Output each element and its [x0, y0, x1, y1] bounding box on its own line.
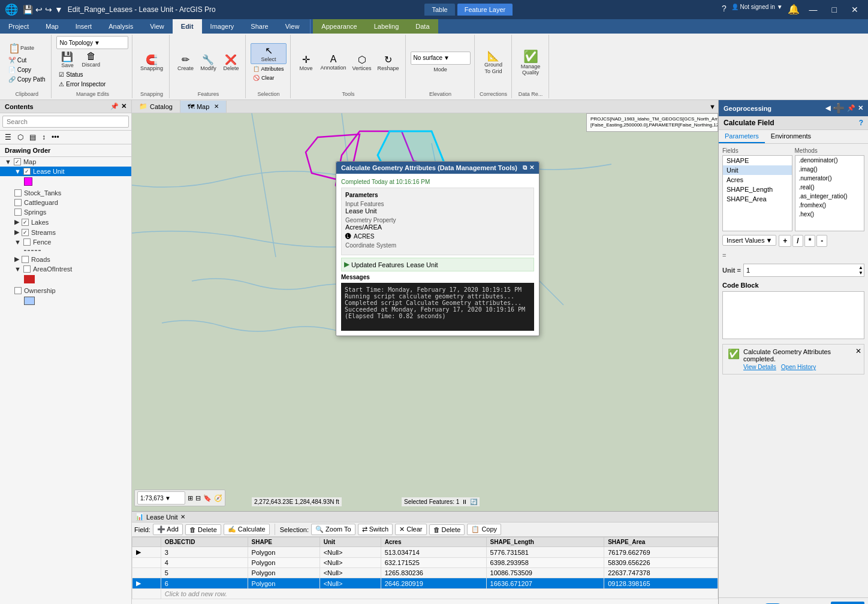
field-unit[interactable]: Unit [723, 165, 792, 175]
btn-modify[interactable]: 🔧Modify [197, 53, 219, 73]
method-imag[interactable]: .imag() [795, 165, 864, 174]
btn-move[interactable]: ✛Move [296, 53, 317, 73]
btn-status[interactable]: ☑ Status [56, 70, 128, 79]
btn-copy-path[interactable]: 🔗 Copy Path [6, 75, 47, 84]
field-shape-length[interactable]: SHAPE_Length [723, 185, 792, 194]
code-block-input[interactable] [722, 291, 864, 339]
method-numerator[interactable]: .numerator() [795, 174, 864, 183]
springs-checkbox[interactable] [14, 209, 22, 216]
btn-copy[interactable]: 📄 Copy [6, 65, 47, 74]
sort-btn[interactable]: ↕ [40, 132, 48, 143]
not-signed-in[interactable]: 👤 Not signed in ▼ [731, 4, 783, 16]
col-objectid[interactable]: OBJECTID [161, 537, 248, 547]
tab-edit[interactable]: Edit [173, 19, 202, 34]
btn-delete-field[interactable]: 🗑 Delete [185, 524, 221, 535]
method-denominator[interactable]: .denominator() [795, 156, 864, 165]
btn-insert-values[interactable]: Insert Values ▼ [722, 235, 776, 246]
btn-reshape[interactable]: ↻Reshape [375, 53, 402, 73]
dialog-expand-btn[interactable]: ⧉ [523, 164, 527, 171]
map-view[interactable]: Calculate Geometry Attributes (Data Mana… [132, 113, 718, 511]
tab-parameters[interactable]: Parameters [719, 130, 765, 143]
sidebar-item-cattleguard[interactable]: Cattleguard [0, 198, 131, 207]
btn-select[interactable]: ↖Select [251, 43, 286, 64]
close-btn[interactable]: ✕ [846, 4, 863, 16]
table-row[interactable]: ▶ 3 Polygon <Null> 513.034714 5776.73158… [132, 547, 718, 558]
op-minus[interactable]: - [816, 235, 827, 247]
col-shape-area[interactable]: SHAPE_Area [604, 537, 718, 547]
btn-clear[interactable]: 🚫 Clear [251, 74, 276, 82]
btn-add-field[interactable]: ➕ Add [153, 524, 183, 535]
sidebar-pin-btn[interactable]: 📌 [110, 102, 119, 110]
tab-analysis[interactable]: Analysis [100, 19, 141, 34]
minimize-btn[interactable]: — [804, 4, 822, 16]
col-shape-length[interactable]: SHAPE_Length [486, 537, 604, 547]
layer-view-btn[interactable]: ⬡ [15, 132, 26, 143]
sidebar-item-area-of-intrest[interactable]: ▼ AreaOfIntrest [0, 264, 131, 274]
sidebar-item-stock-tanks[interactable]: Stock_Tanks [0, 188, 131, 198]
unit-stepper[interactable]: ▲▼ [858, 265, 863, 276]
geo-back-btn[interactable]: ◀ [825, 104, 830, 112]
tab-imagery[interactable]: Imagery [202, 19, 243, 34]
layer-map-group[interactable]: ▼ ✓ Map [0, 157, 131, 167]
bell-icon[interactable]: 🔔 [788, 4, 800, 16]
table-row-new[interactable]: Click to add new row. [132, 589, 718, 599]
no-surface-dropdown[interactable]: No surface ▼ [411, 52, 471, 65]
close-map-icon[interactable]: ✕ [214, 103, 219, 110]
tab-insert[interactable]: Insert [67, 19, 101, 34]
btn-cut[interactable]: ✂️ Cut [6, 56, 47, 65]
navigate-btn[interactable]: 🧭 [214, 494, 222, 502]
sidebar-item-fence[interactable]: ▼ Fence [0, 237, 131, 247]
ownership-checkbox[interactable] [14, 287, 22, 294]
col-unit[interactable]: Unit [320, 537, 381, 547]
search-input[interactable] [2, 116, 129, 128]
zoom-layer-btn[interactable]: ⊟ [195, 494, 201, 502]
btn-delete-features[interactable]: ❌Delete [220, 53, 242, 73]
streams-checkbox[interactable]: ✓ [22, 229, 29, 236]
col-shape[interactable]: SHAPE [248, 537, 320, 547]
field-shape-area[interactable]: SHAPE_Area [723, 194, 792, 204]
unit-input[interactable]: 1 [743, 264, 864, 277]
stock-tanks-checkbox[interactable] [14, 189, 22, 197]
btn-manage-quality[interactable]: ✅ ManageQuality [519, 48, 543, 77]
dialog-close-btn[interactable]: ✕ [529, 164, 534, 171]
filter-btn[interactable]: ▤ [27, 132, 38, 143]
list-view-btn[interactable]: ☰ [2, 132, 14, 143]
sidebar-item-roads[interactable]: ▶ Roads [0, 254, 131, 264]
sidebar-item-lease-unit[interactable]: ▼ ✓ Lease Unit [0, 167, 131, 176]
open-history-link[interactable]: Open History [781, 364, 816, 370]
tab-project[interactable]: Project [0, 19, 37, 34]
table-tab[interactable]: Table [424, 4, 454, 16]
sidebar-item-streams[interactable]: ▶ ✓ Streams [0, 227, 131, 237]
sidebar-close-btn[interactable]: ✕ [121, 102, 126, 110]
map-collapse-btn[interactable]: ▼ [709, 103, 716, 110]
btn-calculate-field[interactable]: ✍ Calculate [224, 524, 270, 535]
bookmark-btn[interactable]: 🔖 [203, 494, 212, 502]
btn-save[interactable]: 💾Save [56, 50, 78, 70]
method-as-integer-ratio[interactable]: .as_integer_ratio() [795, 192, 864, 201]
pause-btn[interactable]: ⏸ [462, 499, 468, 505]
sidebar-item-lakes[interactable]: ▶ ✓ Lakes [0, 217, 131, 227]
roads-checkbox[interactable] [22, 256, 29, 263]
btn-vertices[interactable]: ⬡Vertices [350, 53, 374, 73]
tab-map[interactable]: Map [37, 19, 67, 34]
method-fromhex[interactable]: .fromhex() [795, 201, 864, 210]
lease-unit-checkbox[interactable]: ✓ [23, 168, 31, 175]
fence-checkbox[interactable] [23, 238, 31, 246]
btn-attributes[interactable]: 📋 Attributes [251, 65, 286, 73]
table-row[interactable]: ▶ 6 Polygon <Null> 2646.280919 16636.671… [132, 578, 718, 589]
catalog-tab[interactable]: 📁 Catalog [132, 100, 180, 113]
btn-ground-to-grid[interactable]: 📐 GroundTo Grid [482, 49, 505, 76]
maximize-btn[interactable]: □ [827, 4, 842, 16]
view-details-link[interactable]: View Details [743, 364, 776, 370]
btn-zoom-to[interactable]: 🔍 Zoom To [311, 524, 355, 535]
tab-data[interactable]: Data [407, 19, 438, 34]
btn-paste[interactable]: 📋Paste [6, 41, 47, 55]
table-row[interactable]: 4 Polygon <Null> 632.171525 6398.293958 … [132, 558, 718, 568]
tab-share[interactable]: Share [242, 19, 276, 34]
op-plus[interactable]: + [779, 235, 791, 247]
map-checkbox[interactable]: ✓ [14, 158, 21, 165]
tab-view2[interactable]: View [277, 19, 308, 34]
topology-dropdown[interactable]: No Topology ▼ [56, 36, 128, 49]
btn-annotation[interactable]: AAnnotation [318, 53, 349, 72]
btn-create[interactable]: ✏Create [174, 53, 196, 73]
